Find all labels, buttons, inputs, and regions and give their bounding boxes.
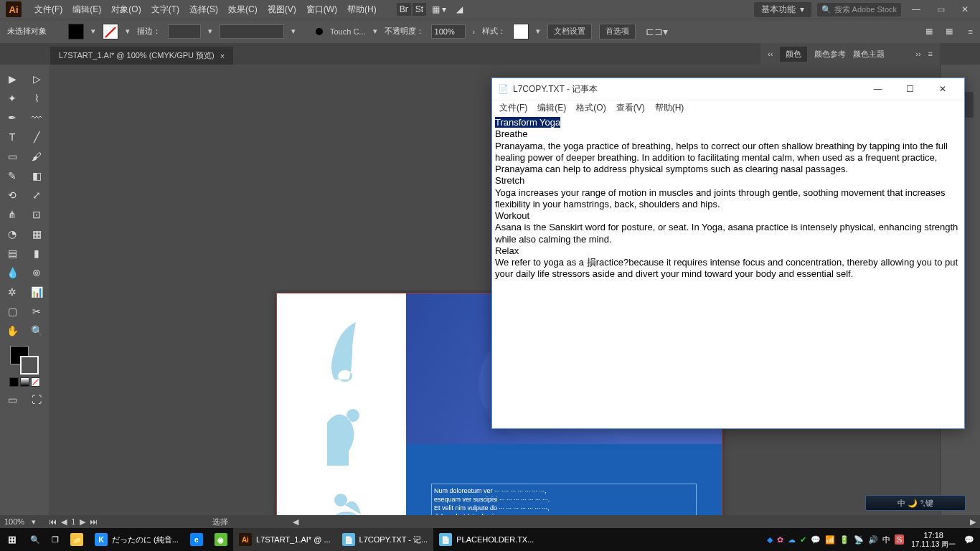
notepad-window[interactable]: 📄 L7COPY.TXT - 记事本 — ☐ ✕ 文件(F) 编辑(E) 格式(… — [491, 77, 965, 429]
search-taskbar-icon[interactable]: 🔍 — [24, 528, 46, 551]
rotate-tool[interactable]: ⟲ — [0, 185, 24, 204]
chevron-down-icon[interactable]: ▾ — [126, 27, 130, 36]
notepad-menu-file[interactable]: 文件(F) — [495, 100, 532, 116]
free-transform-tool[interactable]: ⊡ — [24, 204, 49, 224]
zoom-level[interactable]: 100% — [4, 517, 24, 526]
chevron-down-icon[interactable]: ▾ — [208, 27, 212, 36]
notepad-menu-edit[interactable]: 编辑(E) — [533, 100, 570, 116]
stock-icon[interactable]: St — [413, 3, 426, 16]
brush-name[interactable]: Touch C... — [330, 27, 366, 36]
fill-swatch[interactable] — [68, 24, 84, 39]
eyedropper-tool[interactable]: 💧 — [0, 263, 24, 282]
menu-file[interactable]: 文件(F) — [30, 4, 67, 16]
last-page-icon[interactable]: ⏭ — [90, 517, 98, 527]
notepad-minimize-button[interactable]: — — [862, 79, 894, 99]
bridge-icon[interactable]: Br — [397, 3, 411, 16]
curvature-tool[interactable]: 〰 — [24, 108, 49, 127]
graph-tool[interactable]: 📊 — [24, 282, 49, 301]
chevron-right-icon[interactable]: ›› — [915, 50, 920, 58]
menu-help[interactable]: 帮助(H) — [343, 4, 381, 16]
rectangle-tool[interactable]: ▭ — [0, 146, 24, 166]
menu-window[interactable]: 窗口(W) — [302, 4, 341, 16]
window-minimize-button[interactable]: — — [907, 4, 925, 14]
pen-tool[interactable]: ✒ — [0, 108, 24, 127]
first-page-icon[interactable]: ⏮ — [49, 517, 57, 527]
tray-icon[interactable]: ✿ — [777, 535, 783, 545]
edge-app[interactable]: e — [184, 528, 209, 551]
stock-search[interactable]: 🔍搜索 Adobe Stock — [817, 3, 901, 17]
panel-menu-icon[interactable]: ≡ — [928, 50, 933, 58]
zoom-tool[interactable]: 🔍 — [24, 321, 49, 340]
browser-app[interactable]: ◉ — [209, 528, 233, 551]
wifi-icon[interactable]: 📡 — [854, 535, 864, 545]
notepad-textarea[interactable]: Transform Yoga Breathe Pranayama, the yo… — [492, 116, 964, 428]
eraser-tool[interactable]: ◧ — [24, 166, 49, 185]
magic-wand-tool[interactable]: ✦ — [0, 88, 24, 108]
notepad-task-2[interactable]: 📄PLACEHOLDER.TX... — [433, 528, 540, 551]
volume-icon[interactable]: 🔊 — [868, 535, 878, 545]
none-mode-icon[interactable] — [31, 377, 40, 387]
hand-tool[interactable]: ✋ — [0, 321, 24, 340]
opacity-input[interactable] — [431, 24, 466, 39]
kugou-app[interactable]: Kだったのに (純音... — [89, 528, 184, 551]
type-tool[interactable]: T — [0, 127, 24, 146]
chevron-down-icon[interactable]: ▾ — [536, 27, 540, 36]
profile-input[interactable] — [220, 24, 284, 39]
perspective-tool[interactable]: ▦ — [24, 224, 49, 243]
panel-toggle-icon[interactable]: ▦ — [925, 27, 933, 36]
style-swatch[interactable] — [513, 24, 529, 39]
menu-effect[interactable]: 效果(C) — [224, 4, 262, 16]
line-tool[interactable]: ╱ — [24, 127, 49, 146]
mesh-tool[interactable]: ▤ — [0, 243, 24, 263]
scroll-left-icon[interactable]: ◀ — [293, 517, 298, 527]
notepad-task-1[interactable]: 📄L7COPY.TXT - 记... — [336, 528, 434, 551]
panel-tab-colorguide[interactable]: 颜色参考 — [814, 49, 846, 60]
start-button[interactable]: ⊞ — [0, 528, 24, 551]
page-number[interactable]: 1 — [71, 517, 75, 527]
gradient-mode-icon[interactable] — [20, 377, 29, 387]
slice-tool[interactable]: ✂ — [24, 301, 49, 321]
shaper-tool[interactable]: ✎ — [0, 166, 24, 185]
notepad-menu-format[interactable]: 格式(O) — [572, 100, 610, 116]
screen-mode-full[interactable]: ⛶ — [24, 390, 49, 409]
panel-tab-color[interactable]: 颜色 — [780, 47, 807, 62]
chevron-down-icon[interactable]: ▾ — [91, 27, 95, 36]
blend-tool[interactable]: ⊚ — [24, 263, 49, 282]
lasso-tool[interactable]: ⌇ — [24, 88, 49, 108]
tray-icon[interactable]: ✔ — [800, 535, 806, 545]
direct-selection-tool[interactable]: ▷ — [24, 69, 49, 88]
chevron-down-icon[interactable]: ▾ — [373, 27, 377, 36]
explorer-icon[interactable]: 📁 — [65, 528, 89, 551]
notepad-menu-view[interactable]: 查看(V) — [612, 100, 649, 116]
placeholder-text-frame[interactable]: Num doloreetum ver ··· ···· ··· ··· ··· … — [431, 484, 697, 515]
vertical-ruler[interactable] — [49, 65, 62, 515]
stroke-swatch[interactable] — [103, 24, 118, 39]
notepad-maximize-button[interactable]: ☐ — [894, 79, 926, 99]
menu-object[interactable]: 对象(O) — [107, 4, 145, 16]
chevron-down-icon[interactable]: ▾ — [291, 27, 296, 36]
illustrator-task[interactable]: AiL7START_1.AI* @ ... — [233, 528, 336, 551]
artboard-nav[interactable]: ⏮ ◀ 1 ▶ ⏭ — [49, 517, 98, 527]
notepad-titlebar[interactable]: 📄 L7COPY.TXT - 记事本 — ☐ ✕ — [492, 78, 964, 100]
chevron-left-icon[interactable]: ‹‹ — [768, 50, 773, 58]
color-mode-icon[interactable] — [9, 377, 19, 387]
symbol-sprayer-tool[interactable]: ✲ — [0, 282, 24, 301]
window-close-button[interactable]: ✕ — [956, 4, 974, 14]
width-tool[interactable]: ⋔ — [0, 204, 24, 224]
scale-tool[interactable]: ⤢ — [24, 185, 49, 204]
network-icon[interactable]: 📶 — [825, 535, 835, 545]
sogou-icon[interactable]: S — [895, 534, 904, 545]
preferences-button[interactable]: 首选项 — [599, 24, 636, 39]
arrange-icon[interactable]: ▦ ▾ — [428, 4, 451, 14]
document-tab[interactable]: L7START_1.AI* @ 100% (CMYK/GPU 预览) × — [50, 47, 233, 65]
scroll-right-icon[interactable]: ▶ — [970, 517, 976, 527]
document-setup-button[interactable]: 文档设置 — [547, 24, 592, 39]
ime-indicator[interactable]: 中 🌙 ⁹,键 — [865, 495, 966, 511]
panel-tab-colorthemes[interactable]: 颜色主题 — [853, 49, 885, 60]
align-icon[interactable]: ⊏⊐▾ — [646, 26, 668, 37]
screen-mode-normal[interactable]: ▭ — [0, 390, 24, 409]
battery-icon[interactable]: 🔋 — [839, 535, 849, 545]
window-restore-button[interactable]: ▭ — [931, 4, 950, 14]
menu-select[interactable]: 选择(S) — [185, 4, 222, 16]
workspace-switcher[interactable]: 基本功能▾ — [754, 2, 811, 17]
